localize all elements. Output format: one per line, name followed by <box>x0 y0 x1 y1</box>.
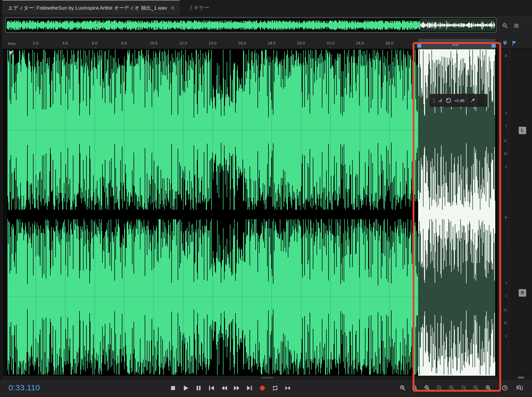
fade-out-handle-icon[interactable] <box>490 50 495 55</box>
ruler-tick-label: 22.0 <box>327 41 334 45</box>
ruler-tick-label: 18.0 <box>268 41 275 45</box>
tab-mixer-label: ミキサー <box>189 4 209 11</box>
panel-menu-icon[interactable]: ≡ <box>171 5 174 11</box>
ruler-minor-tick <box>109 48 110 49</box>
ruler-selection-range[interactable] <box>418 39 495 49</box>
amplitude-ruler-ticks <box>509 49 509 376</box>
transport-bar: 0:33.110 <box>0 379 532 397</box>
ruler-tick-mark <box>389 47 390 49</box>
db-scale-label: B <box>498 216 507 219</box>
overview-navigator[interactable] <box>5 18 496 32</box>
ruler-tick-label: 20.0 <box>297 41 305 45</box>
fade-in-handle-icon[interactable] <box>10 51 14 55</box>
db-scale-label: B <box>498 54 507 58</box>
panel-tab-bar: エディター: FollowtheSun by LuxInspira Artlis… <box>3 0 532 15</box>
ruler-minor-tick <box>50 48 51 49</box>
scrollbar-corner[interactable] <box>518 376 524 379</box>
right-channel-badge[interactable]: R <box>519 289 526 297</box>
ruler-minor-tick <box>404 48 404 49</box>
zoom-to-selection-button[interactable] <box>514 383 525 393</box>
ruler-tick-label: 4.0 <box>62 41 68 45</box>
ruler-minor-tick <box>168 48 169 49</box>
hud-divider <box>467 97 467 104</box>
ruler-tick-label: 12.0 <box>179 41 187 45</box>
ruler-tick-mark <box>36 47 36 49</box>
db-scale-label: 15 <box>498 152 507 155</box>
horizontal-scroll-grip[interactable] <box>262 377 274 379</box>
ruler-tick-mark <box>242 47 242 49</box>
ruler-tick-mark <box>65 47 65 49</box>
panel-options-icon[interactable] <box>513 22 520 30</box>
ruler-minor-tick <box>375 48 375 49</box>
session-clock-button[interactable] <box>500 383 510 393</box>
skip-to-start-button[interactable] <box>206 383 217 393</box>
tab-mixer[interactable]: ミキサー <box>183 0 214 15</box>
ruler-minor-tick <box>80 48 80 49</box>
record-button[interactable] <box>257 383 268 393</box>
db-scale-label: 1 <box>498 294 507 298</box>
ruler-tick-mark <box>213 47 213 49</box>
gain-knob-icon[interactable] <box>445 97 452 104</box>
zoom-to-selection-end-button[interactable] <box>483 383 494 393</box>
tab-editor[interactable]: エディター: FollowtheSun by LuxInspira Artlis… <box>3 0 180 15</box>
zoom-in-button[interactable] <box>397 383 408 393</box>
skip-to-end-button[interactable] <box>244 383 255 393</box>
loop-playback-button[interactable] <box>270 383 280 393</box>
ruler-tick-mark <box>124 47 124 49</box>
ruler-minor-tick <box>286 48 286 49</box>
ruler-tick-label: 26.0 <box>385 41 393 45</box>
stop-button[interactable] <box>168 383 178 393</box>
ruler-tick-mark <box>153 47 154 49</box>
gain-value: +0 dB <box>454 98 465 103</box>
pin-icon[interactable] <box>470 97 476 103</box>
ruler-tick-mark <box>95 47 95 49</box>
db-scale-label: 2 <box>498 334 507 338</box>
level-meter-icon <box>438 98 443 103</box>
play-button[interactable] <box>180 383 191 393</box>
selection-end-handle[interactable] <box>492 44 496 47</box>
left-channel-badge[interactable]: L <box>519 127 526 134</box>
ruler-tick-label: 14.0 <box>209 41 216 45</box>
zoom-out-vertical-button[interactable] <box>459 383 469 393</box>
panel-left-edge <box>0 0 3 397</box>
ruler-minor-tick <box>345 48 346 49</box>
selection-start-handle[interactable] <box>417 44 421 47</box>
fast-forward-button[interactable] <box>231 383 242 393</box>
ruler-unit-label: hms <box>8 41 15 46</box>
ruler-toolbar <box>502 40 518 48</box>
overview-waveform <box>7 19 495 31</box>
zoom-in-horizontal-button[interactable] <box>422 383 433 393</box>
rewind-button[interactable] <box>219 383 229 393</box>
gain-hud[interactable]: +0 dB <box>430 94 487 107</box>
skip-selection-button[interactable] <box>282 383 293 393</box>
pause-button[interactable] <box>193 383 204 393</box>
marker-flag-icon[interactable] <box>511 40 518 48</box>
ruler-minor-tick <box>21 48 21 49</box>
ruler-minor-tick <box>227 48 227 49</box>
zoom-out-button[interactable] <box>410 383 420 393</box>
db-scale-label: 2 <box>498 111 507 115</box>
ruler-minor-tick <box>139 48 139 49</box>
zoom-to-selection-start-button[interactable] <box>471 383 481 393</box>
overview-toolbar <box>502 22 520 30</box>
amplitude-ruler <box>497 49 532 376</box>
ruler-tick-label: 16.0 <box>238 41 246 45</box>
ruler-minor-tick <box>198 48 198 49</box>
snap-magnet-icon[interactable] <box>502 40 508 48</box>
zoom-in-vertical-button[interactable] <box>446 383 457 393</box>
ruler-tick-mark <box>272 47 272 49</box>
db-scale-label: 1 <box>498 124 507 128</box>
ruler-tick-label: 24.0 <box>356 41 364 45</box>
zoom-out-horizontal-button[interactable] <box>434 383 445 393</box>
zoom-full-icon[interactable] <box>502 22 509 30</box>
timeline-ruler[interactable]: hms 2.04.06.08.010.012.014.016.018.020.0… <box>3 39 532 49</box>
db-scale-label: 2 <box>498 165 507 169</box>
db-scale-label: 21 <box>498 308 507 312</box>
db-scale-label: 2 <box>498 281 507 285</box>
selection-grip-icon[interactable] <box>453 43 459 46</box>
transport-buttons <box>168 383 293 393</box>
time-display[interactable]: 0:33.110 <box>9 383 40 392</box>
hud-drag-handle-icon[interactable] <box>433 97 435 104</box>
ruler-tick-mark <box>301 47 301 49</box>
waveform-display[interactable] <box>7 49 497 376</box>
